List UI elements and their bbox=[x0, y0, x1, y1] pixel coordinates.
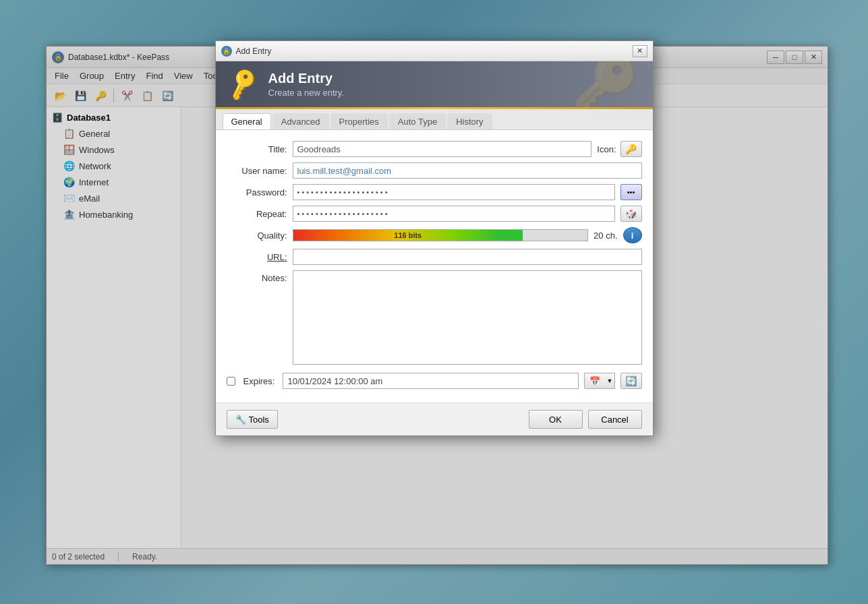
generate-password-button[interactable]: 🎲 bbox=[620, 206, 642, 222]
url-row: URL: bbox=[227, 249, 642, 265]
password-label: Password: bbox=[227, 187, 287, 198]
password-input[interactable] bbox=[293, 184, 615, 200]
repeat-label: Repeat: bbox=[227, 209, 287, 219]
title-input[interactable] bbox=[293, 141, 592, 157]
tools-button[interactable]: 🔧 Tools bbox=[227, 410, 278, 429]
dialog-header: 🔑 Add Entry Create a new entry. 🔑 bbox=[216, 61, 653, 107]
tab-advanced[interactable]: Advanced bbox=[272, 113, 329, 129]
tab-autotype[interactable]: Auto Type bbox=[389, 113, 446, 129]
dialog-header-decoration: 🔑 bbox=[572, 61, 639, 107]
password-row: Password: ••• bbox=[227, 184, 642, 200]
notes-textarea[interactable] bbox=[293, 270, 642, 365]
url-input[interactable] bbox=[293, 249, 642, 265]
expires-dropdown-button[interactable]: ▼ bbox=[606, 373, 615, 389]
dialog-footer: 🔧 Tools OK Cancel bbox=[216, 402, 653, 435]
dialog-titlebar: 🔒 Add Entry ✕ bbox=[216, 41, 653, 61]
modal-overlay: 🔒 Add Entry ✕ 🔑 Add Entry Create a new e… bbox=[0, 0, 868, 604]
icon-button[interactable]: 🔑 bbox=[620, 141, 642, 157]
quality-ch-text: 20 ch. bbox=[594, 231, 617, 241]
title-row: Title: Icon: 🔑 bbox=[227, 141, 642, 157]
repeat-row: Repeat: 🎲 bbox=[227, 206, 642, 222]
url-label: URL: bbox=[227, 252, 287, 262]
dialog-body: Title: Icon: 🔑 User name: Password: ••• bbox=[216, 130, 653, 402]
dialog-header-title: Add Entry bbox=[268, 71, 344, 86]
dialog-titlebar-icon: 🔒 bbox=[221, 46, 232, 57]
expires-calendar-button[interactable]: 📅 bbox=[584, 373, 606, 389]
ok-button[interactable]: OK bbox=[529, 410, 583, 429]
key-icon: 🔑 bbox=[222, 63, 264, 105]
cancel-button[interactable]: Cancel bbox=[588, 410, 642, 429]
quality-bar: 116 bits bbox=[293, 229, 589, 241]
tools-icon: 🔧 bbox=[235, 415, 246, 425]
notes-row: Notes: bbox=[227, 270, 642, 365]
footer-right-buttons: OK Cancel bbox=[529, 410, 642, 429]
expires-checkbox[interactable] bbox=[227, 377, 235, 386]
tab-bar: General Advanced Properties Auto Type Hi… bbox=[216, 109, 653, 130]
show-password-button[interactable]: ••• bbox=[620, 184, 642, 200]
quality-bar-text: 116 bits bbox=[394, 231, 422, 239]
expires-row: Expires: 📅 ▼ 🔄 bbox=[227, 373, 642, 389]
dialog-header-subtitle: Create a new entry. bbox=[268, 88, 344, 98]
repeat-input[interactable] bbox=[293, 206, 615, 222]
expires-reset-button[interactable]: 🔄 bbox=[620, 373, 642, 389]
add-entry-dialog: 🔒 Add Entry ✕ 🔑 Add Entry Create a new e… bbox=[215, 40, 654, 436]
notes-label: Notes: bbox=[227, 273, 287, 283]
quality-info-button[interactable]: i bbox=[623, 227, 642, 243]
expires-label: Expires: bbox=[243, 376, 275, 386]
expires-input[interactable] bbox=[283, 373, 578, 389]
username-row: User name: bbox=[227, 162, 642, 179]
icon-selector: Icon: 🔑 bbox=[597, 141, 641, 157]
icon-label-text: Icon: bbox=[597, 144, 616, 154]
dialog-close-button[interactable]: ✕ bbox=[633, 45, 647, 57]
tools-label: Tools bbox=[249, 415, 269, 425]
dialog-titlebar-text: Add Entry bbox=[236, 47, 633, 56]
tab-history[interactable]: History bbox=[447, 113, 492, 129]
tab-properties[interactable]: Properties bbox=[330, 113, 388, 129]
username-label: User name: bbox=[227, 166, 287, 176]
dialog-header-text: Add Entry Create a new entry. bbox=[268, 71, 344, 98]
quality-bar-fill: 116 bits bbox=[293, 230, 523, 241]
title-label: Title: bbox=[227, 144, 287, 154]
quality-row: Quality: 116 bits 20 ch. i bbox=[227, 227, 642, 243]
username-input[interactable] bbox=[293, 162, 642, 179]
tab-general[interactable]: General bbox=[223, 113, 271, 129]
quality-label: Quality: bbox=[227, 231, 287, 241]
